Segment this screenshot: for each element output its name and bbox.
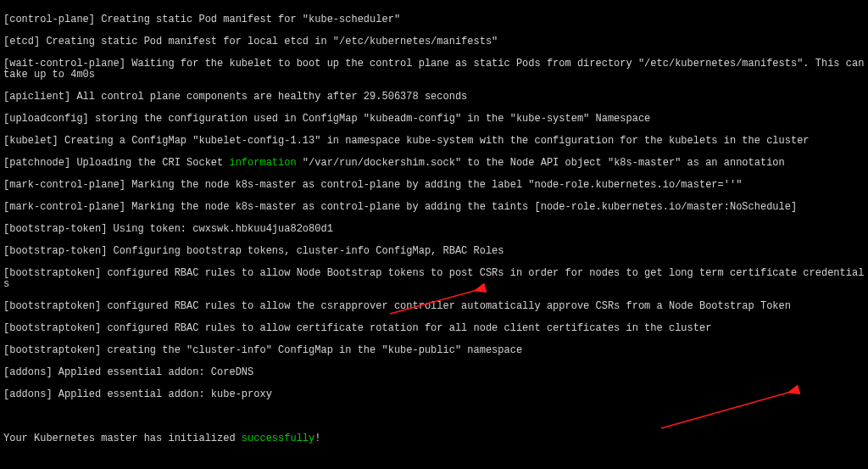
log-text: ! [314, 433, 320, 444]
log-text: Your Kubernetes master has initialized [3, 433, 242, 444]
log-text: "/var/run/dockershim.sock" to the Node A… [297, 157, 785, 169]
log-line: [mark-control-plane] Marking the node k8… [3, 180, 865, 191]
log-line: [addons] Applied essential addon: kube-p… [3, 389, 865, 400]
terminal-window[interactable]: [control-plane] Creating static Pod mani… [0, 0, 868, 469]
log-line: [control-plane] Creating static Pod mani… [3, 14, 865, 25]
log-line: [etcd] Creating static Pod manifest for … [3, 36, 865, 47]
blank-line [3, 411, 865, 422]
log-line: [bootstraptoken] configured RBAC rules t… [3, 268, 865, 290]
log-line: [kubelet] Creating a ConfigMap "kubelet-… [3, 136, 865, 147]
log-line: [uploadconfig] storing the configuration… [3, 114, 865, 125]
log-line: [patchnode] Uploading the CRI Socket inf… [3, 158, 865, 169]
log-line: [bootstrap-token] Using token: cwxswk.hb… [3, 224, 865, 235]
log-line: [bootstraptoken] configured RBAC rules t… [3, 301, 865, 312]
log-line: [mark-control-plane] Marking the node k8… [3, 202, 865, 213]
log-line: [addons] Applied essential addon: CoreDN… [3, 367, 865, 378]
log-line: [wait-control-plane] Waiting for the kub… [3, 59, 865, 81]
log-line: [bootstraptoken] configured RBAC rules t… [3, 323, 865, 334]
log-line: [apiclient] All control plane components… [3, 92, 865, 103]
log-line: [bootstrap-token] Configuring bootstrap … [3, 246, 865, 257]
highlight-successfully: successfully [242, 433, 314, 444]
log-text: [patchnode] Uploading the CRI Socket [3, 157, 229, 169]
highlight-information: information [229, 157, 296, 169]
log-line: [bootstraptoken] creating the "cluster-i… [3, 345, 865, 356]
init-success-line: Your Kubernetes master has initialized s… [3, 433, 865, 444]
blank-line [3, 455, 865, 466]
